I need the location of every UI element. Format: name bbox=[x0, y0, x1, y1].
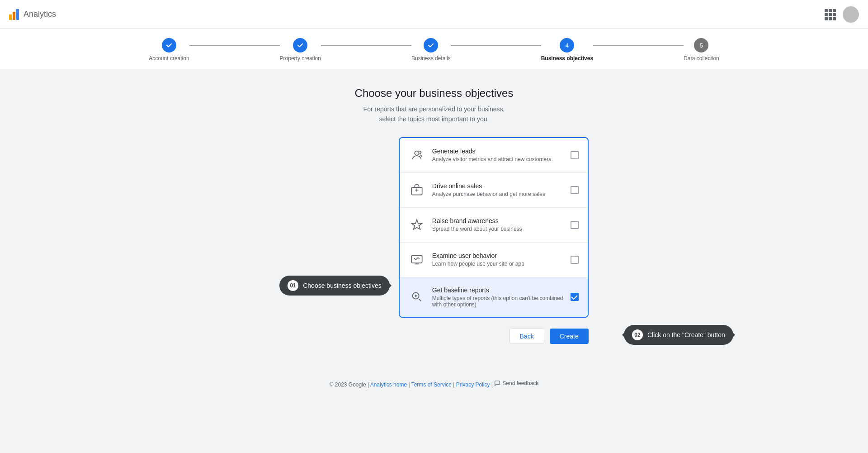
step-circle-2 bbox=[293, 38, 307, 52]
brand-icon bbox=[409, 217, 425, 233]
raise-brand-awareness-checkbox[interactable] bbox=[571, 221, 579, 229]
step-circle-1 bbox=[162, 38, 176, 52]
back-button[interactable]: Back bbox=[509, 329, 544, 344]
logo-bar1 bbox=[9, 14, 12, 20]
logo-area: Analytics bbox=[9, 9, 56, 20]
feedback-link[interactable]: Send feedback bbox=[494, 380, 538, 386]
connector-1 bbox=[189, 45, 280, 46]
option-drive-online-sales[interactable]: Drive online sales Analyze purchase beha… bbox=[400, 173, 588, 208]
step-label-3: Business details bbox=[411, 55, 451, 62]
generate-leads-title: Generate leads bbox=[432, 148, 563, 155]
examine-user-behavior-desc: Learn how people use your site or app bbox=[432, 261, 563, 267]
logo-bar3 bbox=[16, 9, 19, 20]
app-header: Analytics bbox=[0, 0, 868, 29]
examine-user-behavior-title: Examine user behavior bbox=[432, 252, 563, 259]
step-business-objectives: 4 Business objectives bbox=[541, 38, 593, 62]
option-raise-brand-awareness[interactable]: Raise brand awareness Spread the word ab… bbox=[400, 208, 588, 243]
step-label-1: Account creation bbox=[149, 55, 189, 62]
stepper: Account creation Property creation Busin… bbox=[149, 38, 719, 62]
get-baseline-reports-checkbox[interactable] bbox=[571, 293, 579, 301]
generate-leads-checkbox[interactable] bbox=[571, 151, 579, 159]
generate-leads-desc: Analyze visitor metrics and attract new … bbox=[432, 156, 563, 162]
get-baseline-reports-desc: Multiple types of reports (this option c… bbox=[432, 295, 563, 308]
step-label-4: Business objectives bbox=[541, 55, 593, 62]
raise-brand-awareness-title: Raise brand awareness bbox=[432, 217, 563, 224]
tooltip1-number: 01 bbox=[288, 280, 298, 291]
tooltip-choose-objectives: 01 Choose business objectives bbox=[279, 276, 390, 296]
copyright: © 2023 Google bbox=[330, 381, 366, 388]
subtitle-line1: For reports that are personalized to you… bbox=[363, 105, 505, 113]
connector-2 bbox=[321, 45, 411, 46]
avatar[interactable] bbox=[843, 6, 859, 23]
drive-online-sales-desc: Analyze purchase behavior and get more s… bbox=[432, 191, 563, 197]
option-generate-leads[interactable]: Generate leads Analyze visitor metrics a… bbox=[400, 138, 588, 173]
privacy-link[interactable]: Privacy Policy bbox=[456, 381, 490, 388]
subtitle-line2: select the topics most important to you. bbox=[379, 115, 489, 123]
drive-online-sales-title: Drive online sales bbox=[432, 182, 563, 190]
connector-3 bbox=[451, 45, 541, 46]
step-label-5: Data collection bbox=[684, 55, 719, 62]
tooltip2-number: 02 bbox=[632, 329, 643, 340]
behavior-icon bbox=[409, 252, 425, 268]
page-title: Choose your business objectives bbox=[355, 87, 514, 100]
header-actions bbox=[825, 6, 859, 23]
create-button[interactable]: Create bbox=[550, 329, 589, 344]
step-data-collection: 5 Data collection bbox=[684, 38, 719, 62]
grid-menu-icon[interactable] bbox=[825, 9, 835, 20]
drive-online-sales-checkbox[interactable] bbox=[571, 186, 579, 194]
step-circle-4: 4 bbox=[560, 38, 574, 52]
sales-icon bbox=[409, 182, 425, 198]
raise-brand-awareness-desc: Spread the word about your business bbox=[432, 226, 563, 232]
page-subtitle: For reports that are personalized to you… bbox=[363, 104, 505, 124]
app-title: Analytics bbox=[24, 10, 56, 19]
leads-icon bbox=[409, 147, 425, 163]
get-baseline-reports-text: Get baseline reports Multiple types of r… bbox=[432, 286, 563, 308]
stepper-container: Account creation Property creation Busin… bbox=[0, 29, 868, 69]
button-row: Back Create 02 Click on the "Create" but… bbox=[399, 329, 589, 344]
analytics-home-link[interactable]: Analytics home bbox=[370, 381, 407, 388]
tooltip1-text: Choose business objectives bbox=[303, 282, 382, 289]
main-content: Choose your business objectives For repo… bbox=[0, 69, 868, 353]
logo-bar2 bbox=[13, 12, 15, 20]
reports-icon bbox=[409, 289, 425, 305]
svg-point-0 bbox=[415, 151, 419, 155]
option-get-baseline-reports[interactable]: Get baseline reports Multiple types of r… bbox=[400, 277, 588, 317]
generate-leads-text: Generate leads Analyze visitor metrics a… bbox=[432, 148, 563, 162]
option-examine-user-behavior[interactable]: Examine user behavior Learn how people u… bbox=[400, 243, 588, 277]
step-circle-3 bbox=[424, 38, 438, 52]
feedback-text: Send feedback bbox=[502, 380, 538, 386]
get-baseline-reports-title: Get baseline reports bbox=[432, 286, 563, 294]
drive-online-sales-text: Drive online sales Analyze purchase beha… bbox=[432, 182, 563, 197]
step-account-creation: Account creation bbox=[149, 38, 189, 62]
options-card: Generate leads Analyze visitor metrics a… bbox=[399, 137, 589, 318]
step-label-2: Property creation bbox=[280, 55, 321, 62]
step-property-creation: Property creation bbox=[280, 38, 321, 62]
tooltip-create-button: 02 Click on the "Create" button bbox=[624, 325, 733, 345]
examine-user-behavior-text: Examine user behavior Learn how people u… bbox=[432, 252, 563, 267]
form-area: Generate leads Analyze visitor metrics a… bbox=[399, 137, 589, 344]
step-business-details: Business details bbox=[411, 38, 451, 62]
step-circle-5: 5 bbox=[694, 38, 708, 52]
examine-user-behavior-checkbox[interactable] bbox=[571, 256, 579, 264]
raise-brand-awareness-text: Raise brand awareness Spread the word ab… bbox=[432, 217, 563, 232]
tooltip2-text: Click on the "Create" button bbox=[647, 331, 725, 339]
connector-4 bbox=[593, 45, 684, 46]
footer: © 2023 Google | Analytics home | Terms o… bbox=[0, 371, 868, 397]
analytics-logo bbox=[9, 9, 19, 20]
terms-link[interactable]: Terms of Service bbox=[411, 381, 452, 388]
